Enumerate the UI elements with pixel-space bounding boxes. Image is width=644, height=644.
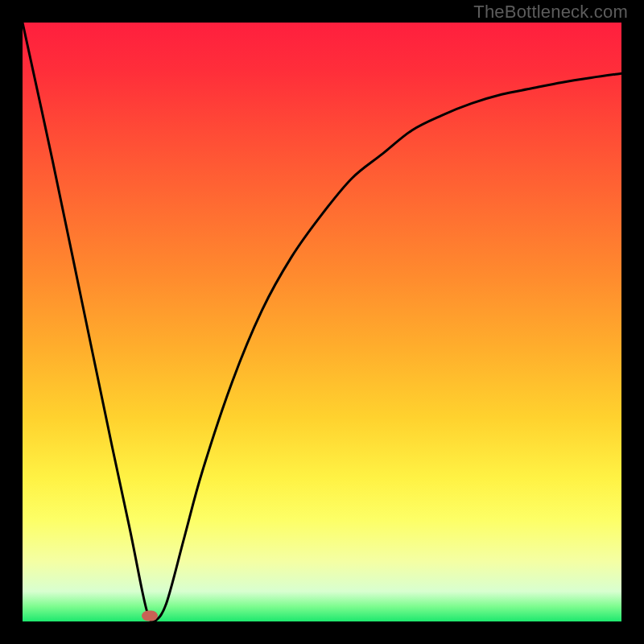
curve-svg <box>23 23 621 621</box>
optimal-point-marker <box>142 611 158 621</box>
plot-area <box>23 23 621 621</box>
watermark-text: TheBottleneck.com <box>473 2 628 23</box>
bottleneck-curve <box>23 23 621 621</box>
chart-frame: TheBottleneck.com <box>0 0 644 644</box>
